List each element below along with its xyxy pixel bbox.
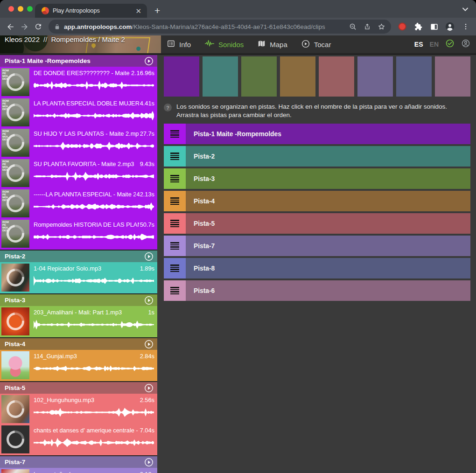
track-row[interactable]: Pista-7: [164, 236, 470, 256]
account-icon[interactable]: [461, 39, 470, 50]
drag-handle[interactable]: [164, 191, 186, 211]
clip-item[interactable]: 1-04 Repicador Solo.mp31.89s: [0, 263, 157, 292]
clip-waveform[interactable]: [34, 436, 154, 450]
track-row[interactable]: Pista-6: [164, 280, 470, 301]
lang-en[interactable]: EN: [430, 41, 439, 48]
extensions-puzzle-icon[interactable]: [413, 21, 424, 32]
clip-waveform[interactable]: [34, 139, 154, 153]
content: Pista-1 Maite -RompemoldesROM PE MOL DES…: [0, 53, 476, 473]
drag-handle[interactable]: [164, 280, 186, 301]
tab-search-chevron-icon[interactable]: [462, 5, 469, 14]
track-play-button[interactable]: [144, 383, 154, 393]
track-color-swatch[interactable]: [435, 56, 470, 97]
drag-handle[interactable]: [164, 258, 186, 278]
clip-item[interactable]: ROM PE MOL DESSU HIJO Y LAS PLANTAS - Ma…: [0, 128, 157, 158]
track-row-name[interactable]: Pista-2: [186, 146, 470, 167]
track-play-button[interactable]: [144, 56, 154, 66]
clip-waveform[interactable]: [34, 200, 154, 214]
track-row-name[interactable]: Pista-6: [186, 280, 470, 301]
clip-item[interactable]: 114_Gunjai.mp32.84s: [0, 351, 157, 380]
forward-button[interactable]: [19, 21, 30, 32]
track-header[interactable]: Pista-5: [0, 382, 157, 394]
track-row-name[interactable]: Pista-1 Maite -Rompemoldes: [186, 124, 470, 144]
clip-waveform[interactable]: [34, 274, 154, 288]
drag-handle[interactable]: [164, 168, 186, 189]
track-row[interactable]: Pista-5: [164, 213, 470, 234]
clip-waveform[interactable]: [34, 78, 154, 92]
side-panel-icon[interactable]: [428, 21, 440, 32]
track-row[interactable]: Pista-8: [164, 258, 470, 278]
drag-handle[interactable]: [164, 124, 186, 144]
track-play-button[interactable]: [144, 296, 154, 305]
reload-button[interactable]: [33, 21, 44, 32]
track-color-swatch[interactable]: [241, 56, 277, 97]
breadcrumb[interactable]: Kleos 2022//Rompemoldes / Maite 2: [0, 35, 161, 43]
nav-item-sonidos[interactable]: Sonidos: [205, 40, 244, 49]
lang-es[interactable]: ES: [414, 41, 423, 48]
sync-check-icon[interactable]: [445, 39, 455, 50]
track-header[interactable]: Pista-3: [0, 294, 157, 306]
track-color-swatch[interactable]: [280, 56, 315, 97]
track-header[interactable]: Pista-4: [0, 338, 157, 350]
close-window-button[interactable]: [8, 6, 14, 12]
clip-item[interactable]: ROM PE MOL DESRompemoldes HISTORIA DE LA…: [0, 219, 157, 249]
clip-waveform[interactable]: [34, 230, 154, 244]
url-bar[interactable]: app.antropoloops.com/Kleos-Santa-Marina/…: [49, 20, 391, 34]
clip-waveform[interactable]: [34, 362, 154, 376]
nav-item-tocar[interactable]: Tocar: [301, 40, 331, 49]
clip-waveform[interactable]: [34, 318, 154, 332]
clip-waveform[interactable]: [34, 405, 154, 419]
track-row-name[interactable]: Pista-4: [186, 191, 470, 211]
clip-waveform[interactable]: [34, 109, 154, 123]
drag-handle[interactable]: [164, 146, 186, 167]
track-row[interactable]: Pista-3: [164, 168, 470, 189]
minimize-window-button[interactable]: [18, 6, 23, 12]
bookmark-star-icon[interactable]: [378, 23, 385, 31]
track-color-swatch[interactable]: [319, 56, 354, 97]
back-button[interactable]: [5, 21, 16, 32]
nav-item-mapa[interactable]: Mapa: [258, 40, 287, 49]
recording-extension-icon[interactable]: [397, 21, 408, 32]
track-row-name[interactable]: Pista-8: [186, 258, 470, 278]
profile-avatar[interactable]: [444, 21, 455, 32]
breadcrumb-project[interactable]: Kleos 2022: [5, 35, 40, 43]
breadcrumb-page[interactable]: Rompemoldes / Maite 2: [51, 35, 125, 43]
track-header[interactable]: Pista-1 Maite -Rompemoldes: [0, 55, 157, 67]
browser-tab[interactable]: Play Antropoloops ✕: [35, 4, 147, 18]
clip-item[interactable]: ROM PE MOL DESSU PLANTA FAVORITA - Maite…: [0, 159, 157, 188]
clip-waveform[interactable]: [34, 169, 154, 183]
clip-item[interactable]: ROM PE MOL DESLA PLANTA ESPECIAL DOBLE M…: [0, 98, 157, 127]
track-row[interactable]: Pista-1 Maite -Rompemoldes: [164, 124, 470, 144]
new-tab-button[interactable]: +: [154, 6, 160, 15]
track-play-button[interactable]: [144, 252, 154, 261]
track-row-name[interactable]: Pista-7: [186, 236, 470, 256]
clip-item[interactable]: ROM PE MOL DESDE DONDE ERES???????? - Ma…: [0, 68, 157, 97]
window-controls[interactable]: [8, 6, 33, 12]
track-color-swatch[interactable]: [203, 56, 238, 97]
clip-item[interactable]: chants et danses d' amerique centrale - …: [0, 425, 157, 454]
tab-close-icon[interactable]: ✕: [134, 7, 142, 14]
drag-handle[interactable]: [164, 236, 186, 256]
clip-item[interactable]: 203_Amalihani - Mali: Part 1.mp31s: [0, 307, 157, 336]
track-color-swatch[interactable]: [164, 56, 199, 97]
clip-item[interactable]: 102_Hunguhungu.mp32.56s: [0, 395, 157, 424]
track-color-swatch[interactable]: [396, 56, 432, 97]
track-play-button[interactable]: [144, 458, 154, 467]
zoom-icon[interactable]: [349, 23, 357, 31]
clip-item[interactable]: Las castañuelas3.13s: [0, 469, 157, 473]
clip-item[interactable]: ROM PE MOL DES------LA PLANNTA ESPECIAL …: [0, 189, 157, 218]
track-color-swatch[interactable]: [357, 56, 393, 97]
browser-menu-kebab-icon[interactable]: [460, 21, 471, 32]
track-row[interactable]: Pista-2: [164, 146, 470, 167]
track-row-name[interactable]: Pista-5: [186, 213, 470, 234]
track-row[interactable]: Pista-4: [164, 191, 470, 211]
track-header[interactable]: Pista-7: [0, 456, 157, 468]
drag-handle[interactable]: [164, 213, 186, 234]
track-row-name[interactable]: Pista-3: [186, 168, 470, 189]
help-question-icon[interactable]: ?: [164, 104, 172, 111]
track-play-button[interactable]: [144, 340, 154, 349]
maximize-window-button[interactable]: [27, 6, 33, 12]
nav-item-info[interactable]: Info: [167, 40, 191, 49]
share-icon[interactable]: [364, 23, 371, 31]
track-header[interactable]: Pista-2: [0, 250, 157, 262]
